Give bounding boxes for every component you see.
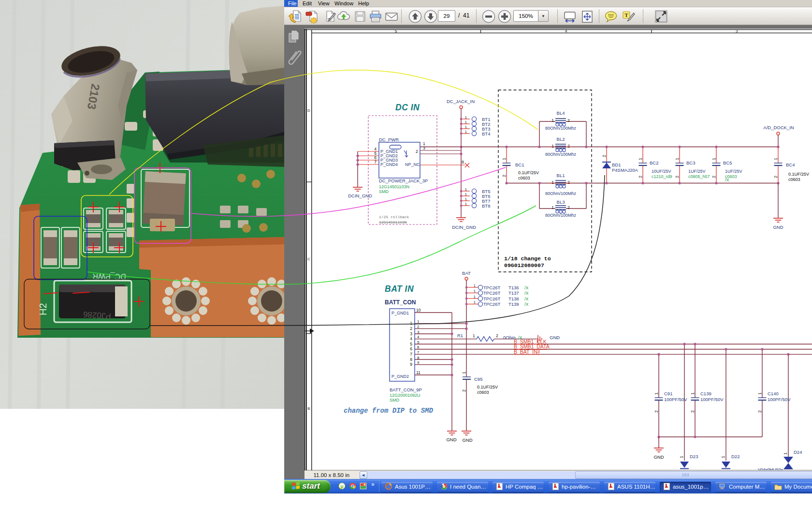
svg-text:BL3: BL3 [557, 199, 565, 205]
svg-text:BC2: BC2 [650, 160, 658, 165]
svg-text:3: 3 [423, 146, 425, 150]
svg-text:GND: GND [550, 335, 560, 340]
svg-text:3: 3 [410, 331, 412, 336]
svg-text:DCIN_GND: DCIN_GND [348, 193, 372, 198]
svg-text:0.1UF/25V: 0.1UF/25V [518, 170, 539, 175]
svg-text:2: 2 [675, 176, 680, 178]
svg-text:80Ohm/100Mhz: 80Ohm/100Mhz [545, 213, 577, 218]
svg-text:12G14501103N: 12G14501103N [379, 220, 407, 224]
svg-text:2: 2 [757, 410, 762, 413]
svg-text:TPC26T: TPC26T [483, 296, 501, 301]
svg-text:D24: D24 [794, 449, 802, 455]
svg-text:/X: /X [725, 178, 729, 182]
svg-text:2: 2 [462, 389, 466, 392]
svg-text:c0603: c0603 [518, 176, 530, 180]
svg-text:8: 8 [410, 357, 412, 362]
svg-text:BD1: BD1 [612, 162, 621, 167]
svg-text:0.1UF/25V: 0.1UF/25V [477, 385, 498, 389]
svg-text:GND: GND [462, 437, 472, 443]
svg-text:1: 1 [417, 319, 420, 324]
svg-text:7: 7 [417, 350, 420, 355]
svg-text:1: 1 [721, 456, 725, 458]
svg-text:SMD: SMD [379, 189, 389, 194]
svg-text:11: 11 [416, 370, 420, 375]
svg-text:DC IN: DC IN [395, 103, 420, 112]
svg-text:BT8: BT8 [482, 203, 490, 209]
svg-text:BATT_CON: BATT_CON [385, 299, 416, 306]
svg-text:B: B [307, 406, 310, 411]
svg-text:1: 1 [465, 187, 467, 192]
svg-text:GND: GND [446, 437, 456, 442]
svg-text:1: 1 [773, 158, 778, 160]
svg-text:1: 1 [465, 202, 467, 206]
svg-text:7: 7 [410, 352, 412, 357]
svg-text:9: 9 [410, 362, 412, 367]
svg-text:/X: /X [524, 291, 529, 296]
svg-text:1UF/25V: 1UF/25V [688, 169, 706, 174]
svg-text:09G012080007: 09G012080007 [504, 262, 544, 269]
svg-text:8: 8 [462, 160, 464, 164]
svg-text:2: 2 [567, 205, 570, 210]
svg-text:/X: /X [524, 302, 529, 307]
svg-text:DC_JACK_IN: DC_JACK_IN [447, 99, 475, 104]
svg-text:2: 2 [567, 180, 570, 185]
svg-text:1: 1 [551, 180, 554, 185]
svg-text:1: 1 [474, 284, 476, 288]
svg-text:BT4: BT4 [482, 131, 490, 136]
svg-text:c0603: c0603 [477, 390, 489, 395]
svg-text:1: 1 [679, 456, 684, 458]
svg-text:4: 4 [410, 336, 412, 341]
svg-text:1: 1 [473, 333, 475, 338]
svg-text:2: 2 [417, 325, 420, 329]
svg-text:1: 1 [410, 321, 412, 326]
svg-text:BAT: BAT [462, 270, 471, 276]
svg-text:10UF/25V: 10UF/25V [652, 169, 671, 174]
svg-text:NP_NC: NP_NC [405, 162, 420, 167]
svg-text:BATT_CON_9P: BATT_CON_9P [390, 387, 422, 392]
svg-text:BL4: BL4 [557, 110, 565, 116]
svg-text:BC4: BC4 [786, 162, 795, 167]
svg-text:100PF/50V: 100PF/50V [664, 397, 687, 402]
svg-text:1: 1 [462, 372, 466, 374]
svg-text:1/25 rollback: 1/25 rollback [379, 215, 409, 219]
svg-text:P_GND1: P_GND1 [392, 311, 409, 315]
svg-text:1UF/25V: 1UF/25V [725, 169, 742, 174]
svg-text:1: 1 [654, 392, 659, 395]
svg-text:2: 2 [410, 326, 412, 331]
svg-text:C139: C139 [700, 391, 711, 396]
svg-text:80Ohm/100Mhz: 80Ohm/100Mhz [545, 191, 577, 196]
svg-text:D23: D23 [690, 454, 698, 459]
svg-text:80Ohm/100Mhz: 80Ohm/100Mhz [545, 152, 577, 157]
svg-text:c1210_rd9: c1210_rd9 [652, 174, 672, 179]
svg-text:7: 7 [374, 160, 377, 164]
svg-text:DC_PWR: DC_PWR [379, 137, 399, 142]
svg-text:1: 1 [465, 125, 467, 129]
svg-text:1: 1 [465, 120, 467, 124]
svg-text:BL1: BL1 [557, 173, 565, 178]
svg-text:1: 1 [465, 130, 467, 134]
svg-text:1: 1 [711, 158, 716, 160]
svg-text:1: 1 [757, 392, 762, 395]
svg-text:3: 3 [736, 29, 738, 33]
svg-text:T137: T137 [508, 290, 519, 296]
svg-text:1: 1 [551, 118, 554, 123]
svg-text:DC_POWER_JACK_3P: DC_POWER_JACK_3P [379, 178, 428, 183]
svg-text:1: 1 [551, 205, 554, 210]
svg-text:C140: C140 [768, 391, 779, 396]
svg-text:1: 1 [690, 392, 695, 395]
svg-text:PJ0286: PJ0286 [83, 310, 111, 321]
svg-text:T138: T138 [508, 296, 519, 301]
svg-text:0.1UF/25V: 0.1UF/25V [788, 172, 809, 177]
svg-text:A/D_DOCK_IN: A/D_DOCK_IN [763, 125, 794, 130]
svg-text:100PF/50V: 100PF/50V [700, 397, 724, 402]
svg-text:/X: /X [524, 297, 529, 301]
svg-text:C91: C91 [664, 391, 672, 396]
svg-text:6: 6 [410, 346, 412, 351]
svg-text:2: 2 [502, 175, 507, 177]
svg-text:BC1: BC1 [515, 162, 524, 167]
svg-text:/X: /X [524, 285, 529, 290]
svg-text:10: 10 [416, 308, 421, 313]
svg-text:1: 1 [502, 158, 507, 160]
svg-text:TPC26T: TPC26T [483, 290, 501, 296]
svg-text:2: 2 [638, 176, 643, 178]
